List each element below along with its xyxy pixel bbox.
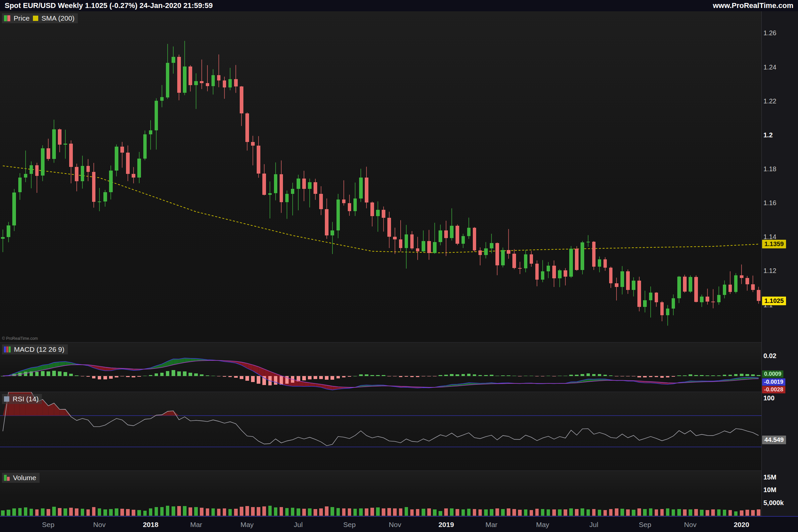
sma-icon	[33, 16, 38, 21]
macd-legend-label: MACD (12 26 9)	[14, 345, 64, 354]
candlestick-chart[interactable]	[0, 11, 761, 342]
time-axis-year-label: 2020	[734, 521, 749, 529]
time-axis-month-label: Jul	[294, 521, 303, 529]
price-legend-label: Price	[14, 14, 30, 22]
time-axis-month-label: Mar	[486, 521, 497, 529]
macd-indicator-panel[interactable]: MACD (12 26 9)	[0, 342, 761, 392]
volume-legend-label: Volume	[13, 474, 36, 482]
chart-title: Spot EUR/USD Weekly 1.1025 (-0.27%) 24-J…	[5, 1, 213, 10]
time-axis-month-label: May	[241, 521, 254, 529]
time-axis-month-label: Nov	[389, 521, 401, 529]
volume-legend[interactable]: Volume	[2, 473, 40, 483]
time-axis-month-label: Nov	[93, 521, 106, 529]
sma-legend-label: SMA (200)	[41, 14, 75, 22]
macd-chart[interactable]	[0, 342, 761, 392]
macd-icon	[4, 346, 11, 353]
time-axis-month-label: Jul	[590, 521, 598, 529]
time-axis-month-label: Mar	[190, 521, 202, 529]
rsi-icon	[4, 396, 9, 402]
time-axis-month-label: Sep	[42, 521, 54, 529]
rsi-legend[interactable]: RSI (14)	[2, 394, 42, 404]
volume-panel[interactable]: Volume	[0, 471, 761, 516]
volume-bars-layer	[1, 506, 760, 516]
time-axis-month-label: Sep	[343, 521, 356, 529]
price-chart-panel[interactable]: Price SMA (200) © ProRealTime.com	[0, 11, 761, 342]
provider-label: www.ProRealTime.com	[713, 1, 793, 10]
title-bar: Spot EUR/USD Weekly 1.1025 (-0.27%) 24-J…	[0, 0, 798, 11]
price-candle-icon	[4, 15, 10, 21]
rsi-chart[interactable]	[0, 392, 761, 471]
time-axis[interactable]: SepNov2018MarMayJulSepNov2019MarMayJulSe…	[0, 516, 798, 532]
time-axis-month-label: May	[536, 521, 549, 529]
time-axis-year-label: 2018	[143, 521, 158, 529]
volume-icon	[4, 475, 10, 481]
rsi-legend-label: RSI (14)	[13, 395, 39, 403]
time-axis-month-label: Sep	[639, 521, 651, 529]
macd-legend[interactable]: MACD (12 26 9)	[2, 344, 68, 355]
rsi-indicator-panel[interactable]: RSI (14)	[0, 392, 761, 471]
time-axis-month-label: Nov	[684, 521, 696, 529]
time-axis-year-label: 2019	[439, 521, 454, 529]
watermark: © ProRealTime.com	[2, 336, 38, 341]
price-axis[interactable]	[761, 11, 798, 516]
volume-chart[interactable]	[0, 471, 761, 516]
price-legend[interactable]: Price SMA (200)	[2, 13, 78, 23]
